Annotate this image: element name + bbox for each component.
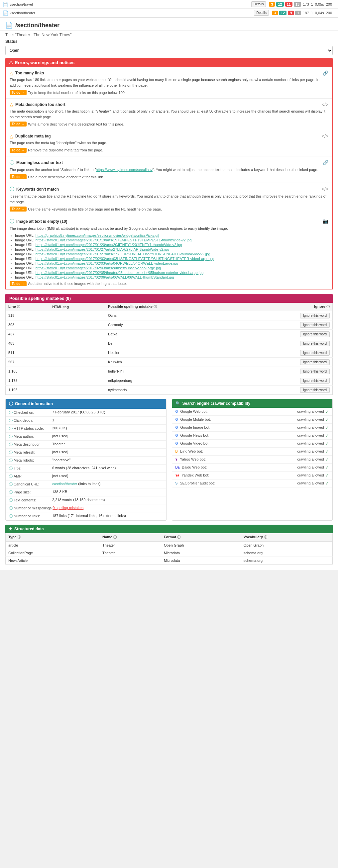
info-value: /section/theater (links to itself) <box>52 482 163 486</box>
col-tag: HTML tag <box>50 303 105 311</box>
travel-badges: 3 12 11 13 173 1 0,05s 200 <box>269 2 333 7</box>
ignore-button[interactable]: Ignore this word <box>300 387 330 393</box>
question-icon: ⓘ <box>9 442 12 446</box>
img-link-6[interactable]: https://static01.nyt.com/images/2017/02/… <box>35 261 178 265</box>
bottom-panels: ⓘ General information ⓘChecked on:7 Febr… <box>5 399 333 521</box>
img-link-9[interactable]: https://static01.nyt.com/images/2017/02/… <box>35 275 174 279</box>
error-anchor-text: ⓘ Meaningless anchor text 🔗 The page use… <box>6 156 332 183</box>
todo-text-5: Use the same keywords in the title of th… <box>28 207 162 211</box>
cell-line: 483 <box>6 339 50 348</box>
crawl-value: crawling allowed <box>297 473 324 477</box>
ignore-button[interactable]: Ignore this word <box>300 369 330 374</box>
link-icon-1[interactable]: 🔗 <box>323 70 328 76</box>
meta-title: Title: "Theater - The New York Times" <box>0 31 338 38</box>
link-icon-4[interactable]: 🔗 <box>323 160 328 165</box>
question-icon: ⓘ <box>9 514 12 518</box>
img-link-3[interactable]: https://static01.nyt.com/images/2017/01/… <box>35 247 169 251</box>
todo-row-1: To do → Try to keep the total number of … <box>10 90 328 95</box>
crawl-value: crawling allowed <box>297 449 324 453</box>
ignore-button[interactable]: Ignore this word <box>300 341 330 346</box>
cell-word: Heisler <box>105 348 243 357</box>
crawl-row: GGoogle Video bot:crawling allowed✓ <box>172 440 333 447</box>
img-link-2[interactable]: https://static01.nyt.com/images/2017/01/… <box>35 243 182 247</box>
document-icon: 📄 <box>5 22 12 29</box>
cell-tag <box>50 339 105 348</box>
travel-details-button[interactable]: Details <box>251 1 266 7</box>
image-icon[interactable]: 📷 <box>323 218 328 224</box>
table-row: 483 Berl Ignore this word <box>6 339 333 348</box>
google-icon: G <box>175 442 178 445</box>
ignore-button[interactable]: Ignore this word <box>300 359 330 365</box>
warning-icon-2: △ <box>10 102 13 107</box>
question-icon: ⓘ <box>9 434 12 438</box>
canonical-link[interactable]: /section/theater <box>52 482 77 486</box>
seo-icon: S <box>175 482 178 485</box>
error-title-6: Image alt text is empty (10) <box>16 219 67 224</box>
list-item: Image URL: https://static01.nyt.com/imag… <box>15 257 328 261</box>
status-select-wrapper[interactable]: Open <box>5 46 333 55</box>
cell-tag <box>50 320 105 330</box>
link-icon-5[interactable]: </> <box>322 186 328 192</box>
anchor-link[interactable]: https://www.nytimes.com/seeallnav <box>96 168 152 172</box>
crawl-icon: 🔍 <box>175 401 180 406</box>
info-value-text: [not used] <box>52 450 68 454</box>
cell-ignore: Ignore this word <box>243 330 333 339</box>
img-link-8[interactable]: https://static01.nyt.com/images/2017/02/… <box>35 271 204 275</box>
todo-button-4[interactable]: To do → <box>10 174 27 179</box>
info-value-text: [not used] <box>52 434 68 438</box>
todo-button-5[interactable]: To do → <box>10 207 27 212</box>
cell-line: 567 <box>6 357 50 367</box>
img-link-7[interactable]: https://static01.nyt.com/images/2017/02/… <box>35 266 161 270</box>
col-mistake: Possible spelling mistake ⓘ <box>105 303 243 311</box>
todo-row-2: To do → Write a more descriptive meta de… <box>10 122 328 126</box>
status-dropdown[interactable]: Open <box>5 46 333 55</box>
theater-badge-plain-1: 187 <box>303 11 309 15</box>
struct-format: Microdata <box>161 549 241 557</box>
ignore-button[interactable]: Ignore this word <box>300 378 330 383</box>
ignore-button[interactable]: Ignore this word <box>300 322 330 328</box>
info-label: ⓘNumber of links: <box>9 514 52 519</box>
info-value-text: "noarchive" <box>52 458 71 462</box>
cell-tag <box>50 311 105 320</box>
spelling-header: Possible spelling mistakes (9) <box>5 294 333 303</box>
warning-icon-3: △ <box>10 133 13 139</box>
travel-path[interactable]: /section/travel <box>10 2 251 6</box>
crawl-check-icon: ✓ <box>326 449 329 454</box>
struct-name: Theater <box>100 549 161 557</box>
info-row: ⓘNumber of links:187 links (171 internal… <box>6 513 166 520</box>
error-title-1: Too many links <box>15 71 44 75</box>
crawl-check-icon: ✓ <box>326 473 329 478</box>
img-link-0[interactable]: https://graphics8.nytimes.com/images/sec… <box>35 234 159 238</box>
crawler-panel: 🔍 Search engine crawler compatibility GG… <box>172 399 333 521</box>
todo-button-1[interactable]: To do → <box>10 90 27 95</box>
info-value-text: [not used] <box>52 474 68 478</box>
page-icon: 📄 <box>3 2 8 7</box>
crawl-check-icon: ✓ <box>326 417 329 422</box>
info-row: ⓘClick depth:1 <box>6 417 166 425</box>
img-link-4[interactable]: https://static01.nyt.com/images/2017/01/… <box>35 252 210 256</box>
ignore-button[interactable]: Ignore this word <box>300 313 330 318</box>
page-url-title: /section/theater <box>15 22 59 29</box>
link-icon-2[interactable]: </> <box>322 102 328 107</box>
todo-button-3[interactable]: To do → <box>10 148 27 153</box>
crawl-label: BaBaidu Web bot: <box>175 465 298 469</box>
table-row: 1,166 hellerNYT Ignore this word <box>6 367 333 376</box>
ignore-button[interactable]: Ignore this word <box>300 331 330 337</box>
theater-path[interactable]: /section/theater <box>10 11 254 15</box>
info-value: [not used] <box>52 450 163 454</box>
info-value-text: 138.3 KB <box>52 490 67 494</box>
ignore-button[interactable]: Ignore this word <box>300 350 330 355</box>
img-link-1[interactable]: https://static01.nyt.com/images/2017/01/… <box>35 238 192 242</box>
theater-details-button[interactable]: Details <box>254 10 269 16</box>
todo-button-2[interactable]: To do → <box>10 122 27 126</box>
todo-button-6[interactable]: To do → <box>10 281 27 286</box>
errors-section: ⚠ Errors, warnings and notices △ Too man… <box>5 58 333 290</box>
info-row: ⓘHTTP status code:200 (OK) <box>6 425 166 433</box>
struct-name <box>100 557 161 564</box>
crawl-value: crawling allowed <box>297 433 324 437</box>
badge-plain-1: 173 <box>303 2 309 6</box>
misspelling-link[interactable]: 9 spelling mistakes <box>53 506 83 510</box>
img-link-5[interactable]: https://static01.nyt.com/images/2017/02/… <box>35 257 214 261</box>
link-icon-3[interactable]: </> <box>322 133 328 139</box>
struct-vocabulary: schema.org <box>241 549 333 557</box>
